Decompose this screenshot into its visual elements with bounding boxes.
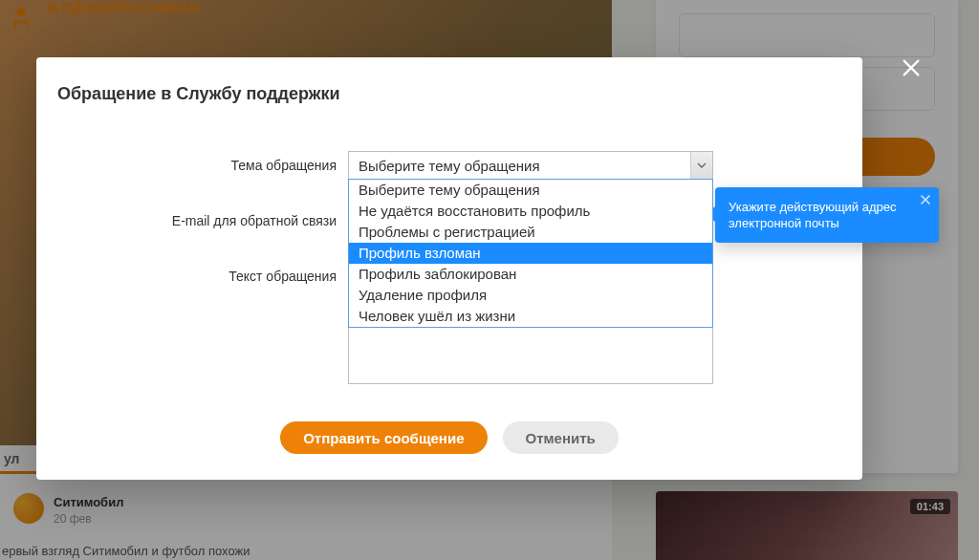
support-modal: Обращение в Службу поддержки Тема обраще… bbox=[36, 57, 862, 480]
subject-option[interactable]: Проблемы с регистрацией bbox=[349, 222, 712, 243]
email-tooltip: Укажите действующий адрес электронной по… bbox=[715, 187, 939, 243]
label-email: E-mail для обратной связи bbox=[36, 206, 348, 235]
subject-select[interactable]: Выберите тему обращения bbox=[348, 151, 713, 180]
submit-button[interactable]: Отправить сообщение bbox=[280, 421, 487, 454]
tooltip-text: Укажите действующий адрес электронной по… bbox=[729, 200, 897, 230]
subject-option[interactable]: Профиль заблокирован bbox=[349, 264, 712, 285]
subject-option[interactable]: Не удаётся восстановить профиль bbox=[349, 201, 712, 222]
modal-title: Обращение в Службу поддержки bbox=[57, 84, 340, 104]
subject-dropdown[interactable]: Выберите тему обращенияНе удаётся восста… bbox=[348, 179, 713, 328]
subject-select-value: Выберите тему обращения bbox=[359, 158, 540, 174]
label-subject: Тема обращения bbox=[36, 151, 348, 180]
tooltip-close-button[interactable] bbox=[920, 193, 933, 206]
cancel-button[interactable]: Отменить bbox=[503, 421, 619, 454]
subject-option[interactable]: Удаление профиля bbox=[349, 285, 712, 306]
subject-option[interactable]: Выберите тему обращения bbox=[349, 180, 712, 201]
subject-option[interactable]: Человек ушёл из жизни bbox=[349, 306, 712, 327]
subject-option[interactable]: Профиль взломан bbox=[349, 243, 712, 264]
chevron-down-icon bbox=[690, 152, 712, 179]
label-text: Текст обращения bbox=[36, 262, 348, 291]
modal-close-button[interactable] bbox=[901, 57, 922, 78]
modal-buttons: Отправить сообщение Отменить bbox=[36, 421, 862, 454]
row-subject: Тема обращения Выберите тему обращения В… bbox=[36, 151, 862, 180]
